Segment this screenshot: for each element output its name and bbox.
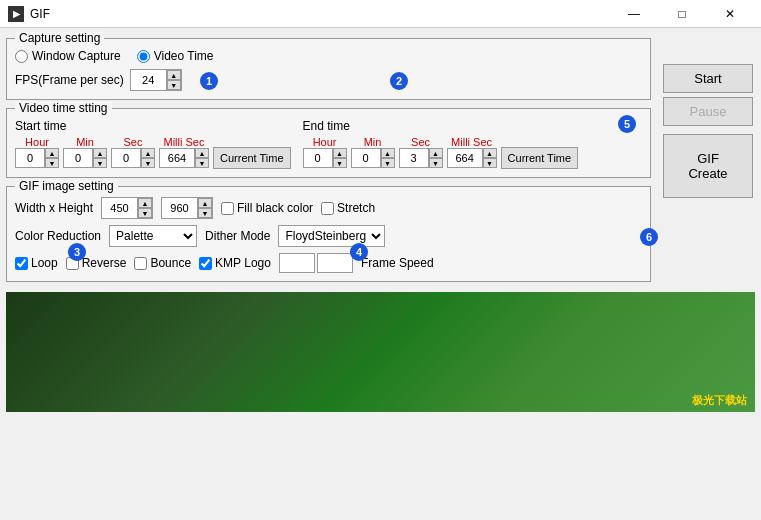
end-time-label: End time bbox=[303, 119, 350, 133]
start-sec-up[interactable]: ▲ bbox=[141, 148, 155, 158]
bounce-checkbox[interactable] bbox=[134, 257, 147, 270]
start-milli-down[interactable]: ▼ bbox=[195, 158, 209, 168]
end-milli-group: Milli Sec ▲ ▼ bbox=[447, 136, 497, 168]
capture-options-row: Window Capture Video Time bbox=[15, 45, 642, 63]
end-hour-input[interactable] bbox=[303, 148, 333, 168]
width-down[interactable]: ▼ bbox=[138, 208, 152, 218]
height-value[interactable] bbox=[162, 198, 198, 218]
start-sec-down[interactable]: ▼ bbox=[141, 158, 155, 168]
start-hour-group: Hour ▲ ▼ bbox=[15, 136, 59, 168]
color-reduction-select[interactable]: Palette Median Cut Octree bbox=[109, 225, 197, 247]
end-min-input[interactable] bbox=[351, 148, 381, 168]
frame-speed-input2[interactable] bbox=[317, 253, 353, 273]
dither-mode-label: Dither Mode bbox=[205, 229, 270, 243]
start-min-input[interactable] bbox=[63, 148, 93, 168]
start-milli-spin[interactable]: ▲ ▼ bbox=[159, 148, 209, 168]
start-current-time-button[interactable]: Current Time bbox=[213, 147, 291, 169]
end-hour-up[interactable]: ▲ bbox=[333, 148, 347, 158]
gif-image-group: GIF image setting Width x Height ▲ ▼ bbox=[6, 186, 651, 282]
frame-speed-input1[interactable] bbox=[279, 253, 315, 273]
fps-input[interactable]: ▲ ▼ bbox=[130, 69, 182, 91]
window-controls: — □ ✕ bbox=[611, 0, 753, 28]
fps-value[interactable] bbox=[131, 70, 167, 90]
end-min-up[interactable]: ▲ bbox=[381, 148, 395, 158]
start-min-down[interactable]: ▼ bbox=[93, 158, 107, 168]
fps-up[interactable]: ▲ bbox=[167, 70, 181, 80]
fps-down[interactable]: ▼ bbox=[167, 80, 181, 90]
kmp-logo-option[interactable]: KMP Logo bbox=[199, 256, 271, 270]
stretch-option[interactable]: Stretch bbox=[321, 201, 375, 215]
video-time-label: Video Time bbox=[154, 49, 214, 63]
width-input[interactable]: ▲ ▼ bbox=[101, 197, 153, 219]
video-time-radio[interactable] bbox=[137, 50, 150, 63]
end-milli-up[interactable]: ▲ bbox=[483, 148, 497, 158]
bounce-label: Bounce bbox=[150, 256, 191, 270]
pause-button[interactable]: Pause bbox=[663, 97, 753, 126]
end-hour-spin[interactable]: ▲ ▼ bbox=[303, 148, 347, 168]
badge-3: 3 bbox=[68, 243, 86, 261]
end-current-time-button[interactable]: Current Time bbox=[501, 147, 579, 169]
kmp-logo-checkbox[interactable] bbox=[199, 257, 212, 270]
end-hour-group: Hour ▲ ▼ bbox=[303, 136, 347, 168]
fill-black-checkbox[interactable] bbox=[221, 202, 234, 215]
start-min-spin[interactable]: ▲ ▼ bbox=[63, 148, 107, 168]
end-sec-label: Sec bbox=[411, 136, 430, 148]
end-milli-spin[interactable]: ▲ ▼ bbox=[447, 148, 497, 168]
end-sec-input[interactable] bbox=[399, 148, 429, 168]
frame-speed-fields bbox=[279, 253, 353, 273]
width-value[interactable] bbox=[102, 198, 138, 218]
start-min-up[interactable]: ▲ bbox=[93, 148, 107, 158]
height-up[interactable]: ▲ bbox=[198, 198, 212, 208]
start-hour-spin[interactable]: ▲ ▼ bbox=[15, 148, 59, 168]
height-input[interactable]: ▲ ▼ bbox=[161, 197, 213, 219]
start-min-group: Min ▲ ▼ bbox=[63, 136, 107, 168]
end-time-fields: Hour ▲ ▼ Min bbox=[303, 135, 579, 169]
start-sec-input[interactable] bbox=[111, 148, 141, 168]
start-milli-group: Milli Sec ▲ ▼ bbox=[159, 136, 209, 168]
start-hour-input[interactable] bbox=[15, 148, 45, 168]
end-milli-down[interactable]: ▼ bbox=[483, 158, 497, 168]
end-hour-down[interactable]: ▼ bbox=[333, 158, 347, 168]
badge-1: 1 bbox=[200, 72, 218, 90]
minimize-button[interactable]: — bbox=[611, 0, 657, 28]
kmp-logo-label: KMP Logo bbox=[215, 256, 271, 270]
start-button[interactable]: Start bbox=[663, 64, 753, 93]
video-time-option[interactable]: Video Time bbox=[137, 49, 214, 63]
window-capture-label: Window Capture bbox=[32, 49, 121, 63]
video-content bbox=[6, 292, 755, 412]
window-capture-option[interactable]: Window Capture bbox=[15, 49, 121, 63]
start-hour-down[interactable]: ▼ bbox=[45, 158, 59, 168]
start-hour-up[interactable]: ▲ bbox=[45, 148, 59, 158]
start-sec-spin[interactable]: ▲ ▼ bbox=[111, 148, 155, 168]
end-min-group: Min ▲ ▼ bbox=[351, 136, 395, 168]
end-min-down[interactable]: ▼ bbox=[381, 158, 395, 168]
watermark: 极光下载站 bbox=[692, 393, 747, 408]
start-min-label: Min bbox=[76, 136, 94, 148]
end-sec-spin[interactable]: ▲ ▼ bbox=[399, 148, 443, 168]
start-time-label: Start time bbox=[15, 119, 66, 133]
end-sec-down[interactable]: ▼ bbox=[429, 158, 443, 168]
window-capture-radio[interactable] bbox=[15, 50, 28, 63]
loop-checkbox[interactable] bbox=[15, 257, 28, 270]
fps-row: FPS(Frame per sec) ▲ ▼ bbox=[15, 69, 642, 91]
gif-create-button[interactable]: GIF Create bbox=[663, 134, 753, 198]
height-down[interactable]: ▼ bbox=[198, 208, 212, 218]
end-min-spin[interactable]: ▲ ▼ bbox=[351, 148, 395, 168]
bounce-option[interactable]: Bounce bbox=[134, 256, 191, 270]
loop-option[interactable]: Loop bbox=[15, 256, 58, 270]
close-button[interactable]: ✕ bbox=[707, 0, 753, 28]
start-milli-up[interactable]: ▲ bbox=[195, 148, 209, 158]
fill-black-option[interactable]: Fill black color bbox=[221, 201, 313, 215]
end-sec-up[interactable]: ▲ bbox=[429, 148, 443, 158]
stretch-checkbox[interactable] bbox=[321, 202, 334, 215]
start-sec-label: Sec bbox=[124, 136, 143, 148]
video-time-title: Video time stting bbox=[15, 101, 112, 115]
main-content: Capture setting Window Capture Video Tim… bbox=[0, 28, 761, 288]
width-up[interactable]: ▲ bbox=[138, 198, 152, 208]
fps-spinner[interactable]: ▲ ▼ bbox=[167, 70, 181, 90]
maximize-button[interactable]: □ bbox=[659, 0, 705, 28]
end-milli-input[interactable] bbox=[447, 148, 483, 168]
start-milli-input[interactable] bbox=[159, 148, 195, 168]
time-setting-row: Start time Hour ▲ ▼ bbox=[15, 115, 642, 169]
dither-mode-select[interactable]: FloydSteinberg Atkinson None bbox=[278, 225, 385, 247]
